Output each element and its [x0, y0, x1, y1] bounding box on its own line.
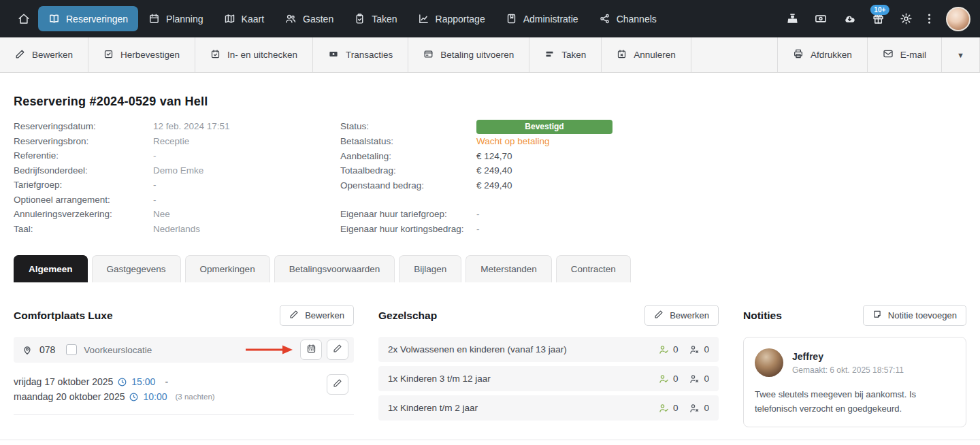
nav-item-label: Rapportage	[436, 14, 485, 24]
notification-badge: 10+	[870, 5, 889, 15]
detail-row: Tariefgroep:-	[14, 178, 340, 193]
tab-contracten[interactable]: Contracten	[556, 255, 631, 282]
detail-row: Reserveringsbron:Receptie	[14, 134, 340, 149]
users-icon	[284, 13, 297, 24]
toolbar-label: E-mail	[900, 50, 926, 60]
tab-opmerkingen[interactable]: Opmerkingen	[185, 255, 270, 282]
gifts-button[interactable]: 10+	[872, 12, 885, 25]
field-value: 12 feb. 2024 17:51	[153, 119, 230, 134]
detail-row: Bedrijfsonderdeel:Demo Emke	[14, 163, 340, 178]
field-value: Nederlands	[153, 222, 200, 237]
field-label: Betaalstatus:	[340, 134, 476, 149]
field-label: Eigenaar huur tariefgroep:	[340, 207, 476, 222]
field-value: Demo Emke	[153, 163, 203, 178]
person-check-icon	[658, 374, 670, 384]
make-payment-button[interactable]: Betaling uitvoeren	[408, 37, 529, 72]
printer-icon	[793, 48, 804, 61]
tab-gastgegevens[interactable]: Gastgegevens	[92, 255, 181, 282]
settings-button[interactable]	[900, 12, 913, 25]
person-x-icon	[689, 403, 700, 414]
nav-item-rapportage[interactable]: Rapportage	[408, 6, 495, 31]
checked-out-count: 0	[689, 403, 709, 414]
more-actions-button[interactable]: ▼	[941, 37, 980, 72]
cancel-button[interactable]: Annuleren	[602, 37, 691, 72]
detail-row: Taal:Nederlands	[14, 222, 340, 237]
tab-betalingsvoorwaarden[interactable]: Betalingsvoorwaarden	[274, 255, 395, 282]
departure-line: maandag 20 oktober 2025 10:00 (3 nachten…	[14, 389, 215, 404]
field-label: Taal:	[14, 222, 153, 237]
field-label: Aanbetaling:	[340, 149, 476, 164]
pencil-icon	[654, 310, 664, 321]
cloud-download-button[interactable]	[843, 12, 857, 25]
clock-icon	[129, 392, 139, 402]
nav-item-gasten[interactable]: Gasten	[274, 6, 344, 31]
nav-item-reserveringen[interactable]: Reserveringen	[38, 6, 138, 31]
notes-section: Notities Notitie toevoegen Jeffrey Gemaa…	[743, 305, 966, 427]
reservation-details: Reserveringsdatum:12 feb. 2024 17:51 Res…	[14, 119, 966, 236]
person-check-icon	[658, 344, 670, 355]
chevron-down-icon: ▼	[957, 51, 964, 59]
note-author: Jeffrey	[792, 351, 904, 362]
departure-time: 10:00	[143, 389, 167, 404]
accommodation-edit-button[interactable]: Bewerken	[280, 305, 354, 326]
status-row: Status: Bevestigd	[340, 119, 612, 134]
envelope-icon	[883, 48, 894, 61]
departure-date: maandag 20 oktober 2025	[14, 389, 125, 404]
party-row: 1x Kinderen t/m 2 jaar 0 0	[378, 395, 719, 421]
nav-item-taken[interactable]: Taken	[344, 6, 407, 31]
payments-button[interactable]	[814, 12, 828, 25]
field-value: -	[153, 193, 157, 208]
field-label: Status:	[340, 119, 476, 134]
tab-meterstanden[interactable]: Meterstanden	[466, 255, 552, 282]
toolbar-label: Herbevestigen	[120, 50, 180, 60]
field-label: Bedrijfsonderdeel:	[14, 163, 153, 178]
field-label: Reserveringsdatum:	[14, 119, 153, 134]
party-edit-button[interactable]: Bewerken	[644, 305, 719, 326]
details-right-column: Status: Bevestigd Betaalstatus: Wacht op…	[340, 119, 612, 236]
field-value: -	[153, 148, 157, 163]
reconfirm-button[interactable]: Herbevestigen	[88, 37, 195, 72]
field-label: Eigenaar huur kortingsbedrag:	[340, 222, 476, 237]
nav-item-planning[interactable]: Planning	[138, 6, 214, 31]
payment-status-row: Betaalstatus: Wacht op betaling	[340, 134, 612, 149]
dates-edit-button[interactable]	[327, 374, 348, 395]
nav-item-administratie[interactable]: Administratie	[495, 6, 589, 31]
checked-in-count: 0	[658, 374, 679, 384]
nav-item-label: Channels	[617, 14, 657, 24]
arrival-date: vrijdag 17 oktober 2025	[14, 374, 113, 389]
detail-row: Openstaand bedrag:€ 249,40	[340, 178, 612, 193]
nav-item-kaart[interactable]: Kaart	[214, 6, 274, 31]
transactions-button[interactable]: Transacties	[313, 37, 408, 72]
nav-item-channels[interactable]: Channels	[589, 6, 667, 31]
party-row: 2x Volwassenen en kinderen (vanaf 13 jaa…	[378, 337, 719, 362]
preferred-location-label: Voorkeurslocatie	[84, 345, 152, 355]
cash-register-button[interactable]	[786, 12, 799, 25]
more-menu-button[interactable]	[928, 12, 931, 25]
nav-item-label: Administratie	[523, 14, 578, 24]
note-created-timestamp: Gemaakt: 6 okt. 2025 18:57:11	[792, 365, 904, 375]
check-in-out-button[interactable]: In- en uitchecken	[195, 37, 313, 72]
tab-content: Comfortplaats Luxe Bewerken 078 Voorkeur…	[14, 305, 966, 427]
toolbar-label: In- en uitchecken	[227, 50, 297, 60]
party-title: Gezelschap	[378, 310, 437, 322]
tab-bijlagen[interactable]: Bijlagen	[399, 255, 461, 282]
note-author-avatar	[755, 348, 783, 377]
tasks-button[interactable]: Taken	[529, 37, 602, 72]
party-row-label: 1x Kinderen t/m 2 jaar	[388, 403, 478, 413]
add-note-button[interactable]: Notitie toevoegen	[863, 305, 966, 326]
email-button[interactable]: E-mail	[867, 37, 941, 72]
party-row-label: 1x Kinderen 3 t/m 12 jaar	[388, 374, 491, 384]
tab-algemeen[interactable]: Algemeen	[14, 255, 88, 282]
location-edit-button[interactable]	[327, 340, 348, 360]
pencil-icon	[289, 310, 299, 321]
field-value: -	[153, 178, 157, 193]
chart-line-icon	[418, 13, 429, 24]
print-button[interactable]: Afdrukken	[777, 37, 867, 72]
user-avatar[interactable]	[946, 7, 970, 31]
field-label: Annuleringsverzekering:	[14, 207, 153, 222]
home-button[interactable]	[10, 6, 38, 32]
preferred-location-checkbox[interactable]	[66, 344, 77, 355]
toolbar-label: Bewerken	[32, 50, 73, 60]
location-calendar-button[interactable]	[300, 340, 322, 360]
edit-button[interactable]: Bewerken	[0, 37, 88, 72]
